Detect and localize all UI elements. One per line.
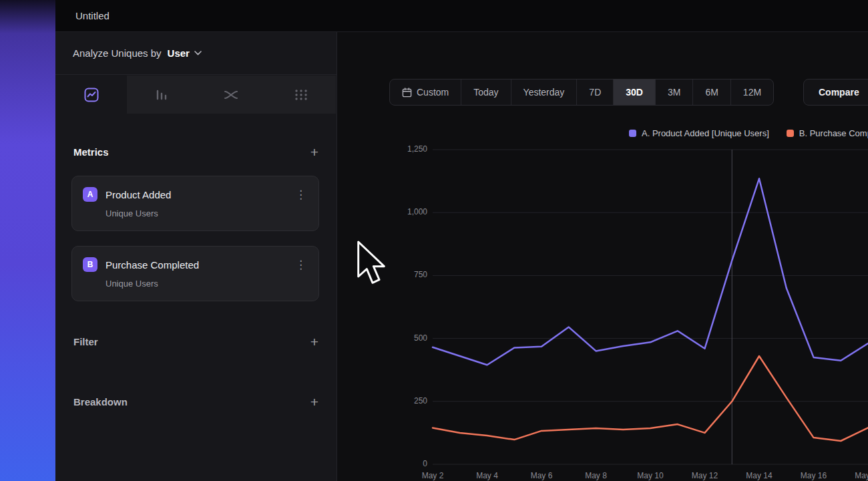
y-axis-labels: 02505007501,0001,250	[364, 150, 427, 464]
x-tick-label: May 2	[413, 471, 453, 480]
range-label: Custom	[417, 87, 449, 98]
range-button-3m[interactable]: 3M	[655, 79, 692, 105]
metric-subtitle[interactable]: Unique Users	[105, 208, 308, 218]
view-tabstrip	[57, 75, 336, 114]
flows-icon	[222, 87, 240, 103]
add-breakdown-button[interactable]: +	[310, 395, 318, 409]
metric-name: Product Added	[105, 189, 294, 200]
x-tick-label: May 6	[521, 471, 562, 480]
breakdown-title: Breakdown	[73, 396, 128, 408]
y-tick-label: 1,250	[364, 144, 427, 154]
range-label: 7D	[589, 87, 601, 98]
legend-label: A. Product Added [Unique Users]	[642, 128, 769, 138]
tab-line-chart[interactable]	[57, 75, 127, 114]
range-button-30d[interactable]: 30D	[613, 79, 655, 105]
filter-section-header: Filter +	[73, 333, 318, 349]
y-tick-label: 500	[364, 333, 427, 343]
metric-options-button[interactable]: ⋮	[294, 189, 308, 200]
metric-card-a[interactable]: A Product Added ⋮ Unique Users	[71, 176, 319, 231]
page-title: Untitled	[75, 10, 110, 21]
range-button-today[interactable]: Today	[461, 79, 510, 105]
y-tick-label: 250	[364, 396, 427, 406]
range-label: Today	[473, 87, 498, 98]
x-tick-label: May 8	[576, 471, 616, 480]
metric-options-button[interactable]: ⋮	[294, 259, 308, 271]
legend-item[interactable]: A. Product Added [Unique Users]	[629, 126, 769, 140]
metric-badge-b: B	[83, 257, 97, 272]
metric-badge-a: A	[83, 187, 97, 202]
range-label: Yesterday	[523, 87, 565, 98]
tab-grid-dots[interactable]	[266, 75, 337, 114]
filter-title: Filter	[73, 336, 98, 347]
y-tick-label: 1,000	[364, 207, 427, 216]
range-button-yesterday[interactable]: Yesterday	[511, 79, 577, 105]
metrics-section-header: Metrics +	[73, 144, 318, 160]
compare-button[interactable]: Compare	[803, 79, 868, 106]
analyze-by-select[interactable]: User	[168, 47, 202, 59]
chart-plot[interactable]	[433, 150, 868, 464]
x-tick-label: May 10	[630, 471, 670, 480]
range-button-7d[interactable]: 7D	[576, 79, 613, 105]
add-filter-button[interactable]: +	[310, 335, 318, 349]
metric-subtitle[interactable]: Unique Users	[105, 279, 308, 289]
metric-card-b[interactable]: B Purchase Completed ⋮ Unique Users	[71, 246, 319, 301]
range-label: 30D	[626, 87, 643, 98]
tab-bar-chart[interactable]	[127, 75, 197, 114]
x-tick-label: May 4	[467, 471, 507, 480]
breakdown-section-header: Breakdown +	[73, 393, 318, 410]
metrics-title: Metrics	[73, 146, 109, 158]
range-toolbar: CustomTodayYesterday7D30D3M6M12M	[389, 79, 774, 106]
range-button-custom[interactable]: Custom	[390, 79, 461, 105]
grid-dots-icon	[293, 87, 309, 103]
range-label: 3M	[668, 87, 680, 98]
add-metric-button[interactable]: +	[310, 145, 318, 159]
x-tick-label: May 18	[848, 471, 868, 480]
series-line	[433, 356, 868, 441]
y-tick-label: 750	[364, 270, 427, 279]
left-accent-strip	[0, 0, 55, 481]
range-button-12m[interactable]: 12M	[730, 79, 773, 105]
legend-item[interactable]: B. Purchase Completed [Unique Users]	[787, 126, 868, 140]
legend-label: B. Purchase Completed [Unique Users]	[799, 128, 868, 138]
line-chart-icon	[83, 87, 99, 103]
calendar-icon	[402, 88, 412, 98]
analyze-by-value: User	[168, 47, 190, 59]
chevron-down-icon	[194, 51, 202, 55]
sidebar: Analyze Uniques by User	[55, 32, 337, 481]
x-axis-labels: May 2May 4May 6May 8May 10May 12May 14Ma…	[433, 471, 868, 481]
range-label: 12M	[743, 87, 761, 98]
metric-name: Purchase Completed	[105, 259, 294, 271]
legend-swatch	[629, 130, 636, 137]
chart-legend: A. Product Added [Unique Users]B. Purcha…	[629, 126, 868, 140]
analyze-label: Analyze Uniques by	[73, 47, 162, 59]
legend-swatch	[787, 130, 794, 137]
series-line	[433, 178, 868, 365]
range-button-6m[interactable]: 6M	[692, 79, 730, 105]
app-window: Untitled Analyze Uniques by User	[0, 0, 868, 481]
analyze-row: Analyze Uniques by User	[55, 32, 337, 75]
main-chart-area: CustomTodayYesterday7D30D3M6M12M Compare…	[337, 32, 868, 481]
topbar: Untitled	[55, 0, 868, 32]
x-tick-label: May 14	[739, 471, 779, 480]
range-label: 6M	[705, 87, 718, 98]
y-tick-label: 0	[364, 459, 427, 468]
x-tick-label: May 12	[685, 471, 725, 480]
tab-flows[interactable]	[196, 75, 266, 114]
bar-chart-icon	[154, 87, 170, 103]
x-tick-label: May 16	[794, 471, 834, 480]
